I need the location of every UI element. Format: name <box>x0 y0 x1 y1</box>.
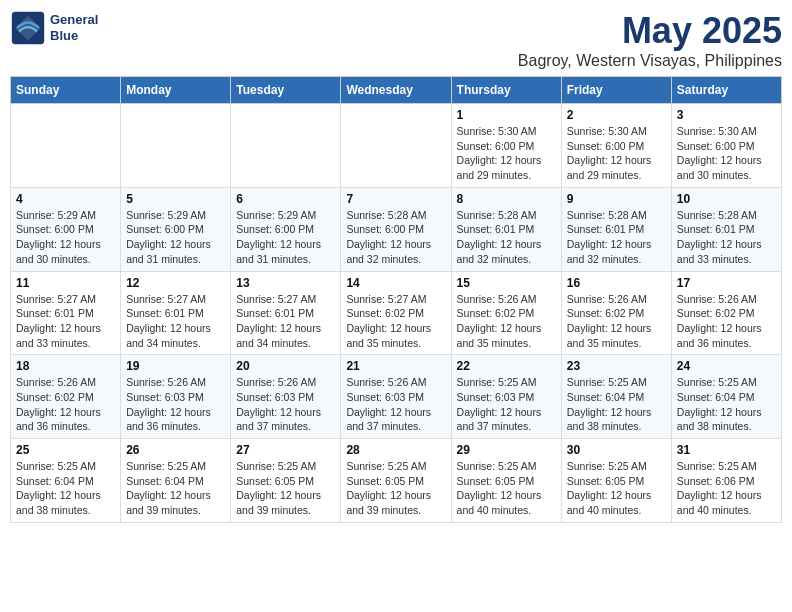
calendar-cell <box>121 104 231 188</box>
day-number: 15 <box>457 276 556 290</box>
day-info: Sunrise: 5:30 AM Sunset: 6:00 PM Dayligh… <box>677 124 776 183</box>
day-info: Sunrise: 5:26 AM Sunset: 6:02 PM Dayligh… <box>457 292 556 351</box>
calendar-header: SundayMondayTuesdayWednesdayThursdayFrid… <box>11 77 782 104</box>
day-info: Sunrise: 5:25 AM Sunset: 6:04 PM Dayligh… <box>126 459 225 518</box>
calendar-body: 1Sunrise: 5:30 AM Sunset: 6:00 PM Daylig… <box>11 104 782 523</box>
calendar-cell: 27Sunrise: 5:25 AM Sunset: 6:05 PM Dayli… <box>231 439 341 523</box>
day-number: 2 <box>567 108 666 122</box>
calendar-table: SundayMondayTuesdayWednesdayThursdayFrid… <box>10 76 782 523</box>
calendar-cell: 31Sunrise: 5:25 AM Sunset: 6:06 PM Dayli… <box>671 439 781 523</box>
calendar-cell: 6Sunrise: 5:29 AM Sunset: 6:00 PM Daylig… <box>231 187 341 271</box>
day-number: 23 <box>567 359 666 373</box>
day-number: 4 <box>16 192 115 206</box>
day-number: 28 <box>346 443 445 457</box>
calendar-cell: 7Sunrise: 5:28 AM Sunset: 6:00 PM Daylig… <box>341 187 451 271</box>
calendar-cell: 13Sunrise: 5:27 AM Sunset: 6:01 PM Dayli… <box>231 271 341 355</box>
week-row-1: 1Sunrise: 5:30 AM Sunset: 6:00 PM Daylig… <box>11 104 782 188</box>
calendar-cell: 11Sunrise: 5:27 AM Sunset: 6:01 PM Dayli… <box>11 271 121 355</box>
week-row-3: 11Sunrise: 5:27 AM Sunset: 6:01 PM Dayli… <box>11 271 782 355</box>
day-number: 9 <box>567 192 666 206</box>
calendar-cell: 3Sunrise: 5:30 AM Sunset: 6:00 PM Daylig… <box>671 104 781 188</box>
header-cell-saturday: Saturday <box>671 77 781 104</box>
day-number: 30 <box>567 443 666 457</box>
day-number: 7 <box>346 192 445 206</box>
day-info: Sunrise: 5:29 AM Sunset: 6:00 PM Dayligh… <box>236 208 335 267</box>
day-info: Sunrise: 5:30 AM Sunset: 6:00 PM Dayligh… <box>567 124 666 183</box>
header-cell-thursday: Thursday <box>451 77 561 104</box>
day-number: 8 <box>457 192 556 206</box>
header-cell-monday: Monday <box>121 77 231 104</box>
logo-line2: Blue <box>50 28 98 44</box>
day-info: Sunrise: 5:25 AM Sunset: 6:05 PM Dayligh… <box>457 459 556 518</box>
header-cell-wednesday: Wednesday <box>341 77 451 104</box>
day-info: Sunrise: 5:29 AM Sunset: 6:00 PM Dayligh… <box>126 208 225 267</box>
subtitle: Bagroy, Western Visayas, Philippines <box>518 52 782 70</box>
day-number: 6 <box>236 192 335 206</box>
day-info: Sunrise: 5:26 AM Sunset: 6:03 PM Dayligh… <box>126 375 225 434</box>
calendar-cell: 21Sunrise: 5:26 AM Sunset: 6:03 PM Dayli… <box>341 355 451 439</box>
day-info: Sunrise: 5:30 AM Sunset: 6:00 PM Dayligh… <box>457 124 556 183</box>
day-info: Sunrise: 5:27 AM Sunset: 6:02 PM Dayligh… <box>346 292 445 351</box>
day-number: 27 <box>236 443 335 457</box>
header-cell-tuesday: Tuesday <box>231 77 341 104</box>
header-cell-sunday: Sunday <box>11 77 121 104</box>
day-number: 3 <box>677 108 776 122</box>
title-area: May 2025 Bagroy, Western Visayas, Philip… <box>518 10 782 70</box>
day-info: Sunrise: 5:26 AM Sunset: 6:02 PM Dayligh… <box>567 292 666 351</box>
calendar-cell: 8Sunrise: 5:28 AM Sunset: 6:01 PM Daylig… <box>451 187 561 271</box>
day-info: Sunrise: 5:25 AM Sunset: 6:03 PM Dayligh… <box>457 375 556 434</box>
calendar-cell: 18Sunrise: 5:26 AM Sunset: 6:02 PM Dayli… <box>11 355 121 439</box>
day-number: 26 <box>126 443 225 457</box>
day-info: Sunrise: 5:25 AM Sunset: 6:05 PM Dayligh… <box>567 459 666 518</box>
day-number: 10 <box>677 192 776 206</box>
calendar-cell: 22Sunrise: 5:25 AM Sunset: 6:03 PM Dayli… <box>451 355 561 439</box>
calendar-cell: 1Sunrise: 5:30 AM Sunset: 6:00 PM Daylig… <box>451 104 561 188</box>
logo: General Blue <box>10 10 98 46</box>
day-info: Sunrise: 5:26 AM Sunset: 6:03 PM Dayligh… <box>346 375 445 434</box>
day-number: 1 <box>457 108 556 122</box>
day-number: 12 <box>126 276 225 290</box>
header: General Blue May 2025 Bagroy, Western Vi… <box>10 10 782 70</box>
week-row-2: 4Sunrise: 5:29 AM Sunset: 6:00 PM Daylig… <box>11 187 782 271</box>
header-cell-friday: Friday <box>561 77 671 104</box>
calendar-cell: 30Sunrise: 5:25 AM Sunset: 6:05 PM Dayli… <box>561 439 671 523</box>
logo-line1: General <box>50 12 98 28</box>
day-number: 11 <box>16 276 115 290</box>
day-number: 22 <box>457 359 556 373</box>
calendar-cell: 9Sunrise: 5:28 AM Sunset: 6:01 PM Daylig… <box>561 187 671 271</box>
calendar-cell <box>11 104 121 188</box>
day-info: Sunrise: 5:28 AM Sunset: 6:01 PM Dayligh… <box>677 208 776 267</box>
main-title: May 2025 <box>518 10 782 52</box>
calendar-cell: 26Sunrise: 5:25 AM Sunset: 6:04 PM Dayli… <box>121 439 231 523</box>
day-number: 31 <box>677 443 776 457</box>
day-info: Sunrise: 5:25 AM Sunset: 6:04 PM Dayligh… <box>677 375 776 434</box>
day-number: 13 <box>236 276 335 290</box>
day-info: Sunrise: 5:25 AM Sunset: 6:04 PM Dayligh… <box>567 375 666 434</box>
day-number: 20 <box>236 359 335 373</box>
calendar-cell: 25Sunrise: 5:25 AM Sunset: 6:04 PM Dayli… <box>11 439 121 523</box>
day-number: 17 <box>677 276 776 290</box>
week-row-5: 25Sunrise: 5:25 AM Sunset: 6:04 PM Dayli… <box>11 439 782 523</box>
day-number: 19 <box>126 359 225 373</box>
calendar-cell: 19Sunrise: 5:26 AM Sunset: 6:03 PM Dayli… <box>121 355 231 439</box>
calendar-cell: 16Sunrise: 5:26 AM Sunset: 6:02 PM Dayli… <box>561 271 671 355</box>
calendar-cell: 28Sunrise: 5:25 AM Sunset: 6:05 PM Dayli… <box>341 439 451 523</box>
calendar-cell: 4Sunrise: 5:29 AM Sunset: 6:00 PM Daylig… <box>11 187 121 271</box>
day-info: Sunrise: 5:25 AM Sunset: 6:06 PM Dayligh… <box>677 459 776 518</box>
week-row-4: 18Sunrise: 5:26 AM Sunset: 6:02 PM Dayli… <box>11 355 782 439</box>
calendar-cell: 24Sunrise: 5:25 AM Sunset: 6:04 PM Dayli… <box>671 355 781 439</box>
day-number: 29 <box>457 443 556 457</box>
day-info: Sunrise: 5:27 AM Sunset: 6:01 PM Dayligh… <box>236 292 335 351</box>
day-number: 21 <box>346 359 445 373</box>
calendar-cell: 23Sunrise: 5:25 AM Sunset: 6:04 PM Dayli… <box>561 355 671 439</box>
day-info: Sunrise: 5:26 AM Sunset: 6:03 PM Dayligh… <box>236 375 335 434</box>
day-number: 14 <box>346 276 445 290</box>
day-info: Sunrise: 5:25 AM Sunset: 6:05 PM Dayligh… <box>346 459 445 518</box>
day-info: Sunrise: 5:28 AM Sunset: 6:00 PM Dayligh… <box>346 208 445 267</box>
day-number: 16 <box>567 276 666 290</box>
calendar-cell <box>341 104 451 188</box>
calendar-cell: 17Sunrise: 5:26 AM Sunset: 6:02 PM Dayli… <box>671 271 781 355</box>
calendar-cell: 2Sunrise: 5:30 AM Sunset: 6:00 PM Daylig… <box>561 104 671 188</box>
day-info: Sunrise: 5:28 AM Sunset: 6:01 PM Dayligh… <box>567 208 666 267</box>
day-info: Sunrise: 5:25 AM Sunset: 6:04 PM Dayligh… <box>16 459 115 518</box>
